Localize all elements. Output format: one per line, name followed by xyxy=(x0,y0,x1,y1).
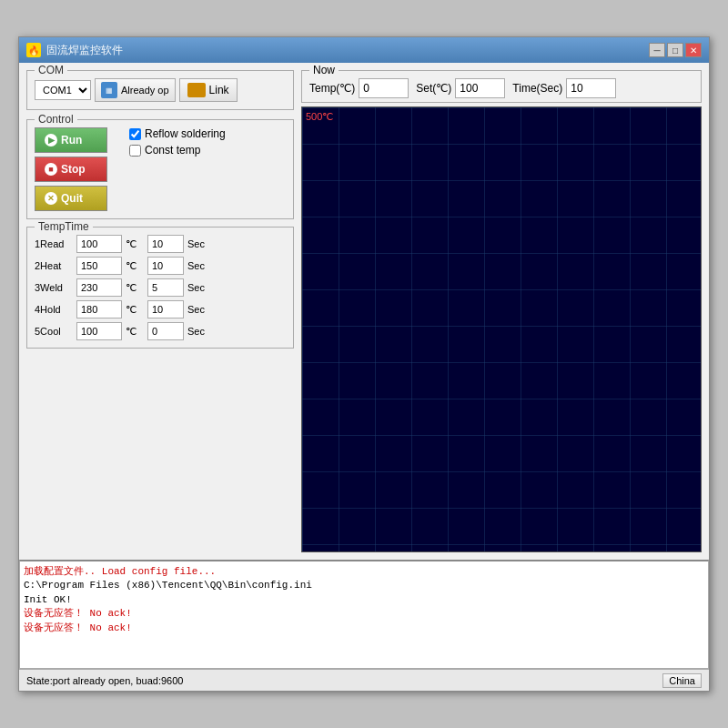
temptime-time-input-4[interactable] xyxy=(147,322,184,340)
temptime-rows: 1Read ℃ Sec 2Heat ℃ Sec 3Weld ℃ Sec 4Hol… xyxy=(35,235,286,340)
main-window: 🔥 固流焊监控软件 ─ □ ✕ COM COM1 COM2 COM3 xyxy=(18,36,710,692)
temptime-row-label-0: 1Read xyxy=(35,238,73,249)
temptime-temp-unit-0: ℃ xyxy=(126,238,144,250)
window-title: 固流焊监控软件 xyxy=(46,43,123,58)
app-icon: 🔥 xyxy=(26,43,41,57)
stop-label: Stop xyxy=(61,163,86,176)
run-label: Run xyxy=(61,134,82,147)
already-button[interactable]: ▦ Already op xyxy=(95,78,176,102)
com-group: COM COM1 COM2 COM3 COM4 ▦ Already op xyxy=(26,70,294,110)
quit-button[interactable]: ✕ Quit xyxy=(35,186,107,211)
temptime-time-input-2[interactable] xyxy=(147,278,184,297)
temptime-time-input-1[interactable] xyxy=(147,257,184,275)
already-label: Already op xyxy=(121,85,169,96)
temptime-row-0: 1Read ℃ Sec xyxy=(35,235,286,253)
temptime-time-unit-4: Sec xyxy=(187,326,205,337)
com-row: COM1 COM2 COM3 COM4 ▦ Already op Link xyxy=(35,78,286,102)
close-button[interactable]: ✕ xyxy=(685,43,702,57)
reflow-label: Reflow soldering xyxy=(145,127,226,140)
run-button[interactable]: ▶ Run xyxy=(35,127,107,153)
com-select[interactable]: COM1 COM2 COM3 COM4 xyxy=(35,80,91,100)
log-line-2: Init OK! xyxy=(24,593,704,607)
time-field-label: Time(Sec) xyxy=(512,82,562,95)
control-group: Control ▶ Run ■ Stop xyxy=(26,119,294,219)
temptime-row-4: 5Cool ℃ Sec xyxy=(35,322,286,340)
now-panel: Now Temp(℃) Set(℃) Time(Sec) xyxy=(301,70,702,103)
status-text: State:port already open, buad:9600 xyxy=(26,675,183,686)
const-label: Const temp xyxy=(145,144,200,157)
link-label: Link xyxy=(209,84,229,96)
quit-icon: ✕ xyxy=(45,192,57,205)
quit-label: Quit xyxy=(61,192,83,205)
temptime-temp-unit-2: ℃ xyxy=(126,282,144,294)
temptime-temp-input-3[interactable] xyxy=(76,300,122,318)
restore-button[interactable]: □ xyxy=(667,43,683,57)
temptime-temp-unit-3: ℃ xyxy=(126,304,144,316)
checkboxes: Reflow soldering Const temp xyxy=(129,127,226,211)
already-icon: ▦ xyxy=(101,82,117,98)
minimize-button[interactable]: ─ xyxy=(649,43,665,57)
temptime-time-unit-0: Sec xyxy=(187,238,205,249)
title-bar-left: 🔥 固流焊监控软件 xyxy=(26,43,123,58)
temptime-temp-input-4[interactable] xyxy=(76,322,122,340)
left-panel: COM COM1 COM2 COM3 COM4 ▦ Already op xyxy=(19,63,301,560)
temptime-group-label: TempTime xyxy=(35,220,93,233)
temptime-temp-unit-4: ℃ xyxy=(126,326,144,338)
temptime-row-1: 2Heat ℃ Sec xyxy=(35,257,286,275)
now-row: Temp(℃) Set(℃) Time(Sec) xyxy=(309,78,693,98)
time-value-input[interactable] xyxy=(566,78,616,98)
run-icon: ▶ xyxy=(45,134,57,147)
temptime-time-unit-1: Sec xyxy=(187,260,205,271)
stop-button[interactable]: ■ Stop xyxy=(35,157,107,182)
set-field-label: Set(℃) xyxy=(416,82,451,95)
log-line-4: 设备无应答！ No ack! xyxy=(24,622,704,635)
temp-value-input[interactable] xyxy=(359,78,409,98)
reflow-checkbox-row: Reflow soldering xyxy=(129,127,226,140)
temp-field: Temp(℃) xyxy=(309,78,409,98)
now-panel-label: Now xyxy=(309,64,339,76)
title-buttons: ─ □ ✕ xyxy=(649,43,702,57)
com-group-label: COM xyxy=(35,64,67,76)
chart-container: 500℃ xyxy=(301,106,702,552)
temptime-temp-input-2[interactable] xyxy=(76,278,122,297)
top-area: COM COM1 COM2 COM3 COM4 ▦ Already op xyxy=(19,63,709,560)
title-bar: 🔥 固流焊监控软件 ─ □ ✕ xyxy=(19,37,709,63)
temptime-row-label-4: 5Cool xyxy=(35,326,73,337)
temptime-group: TempTime 1Read ℃ Sec 2Heat ℃ Sec 3Weld ℃… xyxy=(26,227,294,349)
temptime-row-label-1: 2Heat xyxy=(35,260,73,271)
temptime-row-label-2: 3Weld xyxy=(35,282,73,293)
link-button[interactable]: Link xyxy=(179,78,238,102)
chart-y-label: 500℃ xyxy=(306,111,333,123)
set-field: Set(℃) xyxy=(416,78,505,98)
temptime-time-input-0[interactable] xyxy=(147,235,184,253)
time-field: Time(Sec) xyxy=(512,78,616,98)
temptime-temp-input-1[interactable] xyxy=(76,257,122,275)
temptime-temp-unit-1: ℃ xyxy=(126,260,144,272)
control-group-label: Control xyxy=(35,113,77,126)
status-bar: State:port already open, buad:9600 China xyxy=(19,669,709,691)
svg-rect-1 xyxy=(302,107,701,551)
log-area[interactable]: 加载配置文件.. Load config file...C:\Program F… xyxy=(19,560,709,669)
chart-grid xyxy=(302,107,701,551)
temptime-row-label-3: 4Hold xyxy=(35,304,73,315)
const-checkbox-row: Const temp xyxy=(129,144,226,157)
set-value-input[interactable] xyxy=(455,78,505,98)
temptime-time-unit-2: Sec xyxy=(187,282,205,293)
temp-field-label: Temp(℃) xyxy=(309,82,355,95)
stop-icon: ■ xyxy=(45,163,57,176)
log-line-1: C:\Program Files (x86)\Tencent\QQ\Bin\co… xyxy=(24,579,704,592)
reflow-checkbox[interactable] xyxy=(129,128,141,140)
china-button[interactable]: China xyxy=(662,673,702,688)
link-icon xyxy=(187,83,206,97)
right-panel: Now Temp(℃) Set(℃) Time(Sec) xyxy=(301,63,709,560)
log-line-3: 设备无应答！ No ack! xyxy=(24,607,704,621)
temptime-row-2: 3Weld ℃ Sec xyxy=(35,278,286,297)
log-line-0: 加载配置文件.. Load config file... xyxy=(24,565,704,579)
main-content: COM COM1 COM2 COM3 COM4 ▦ Already op xyxy=(19,63,709,691)
temptime-time-unit-3: Sec xyxy=(187,304,205,315)
const-checkbox[interactable] xyxy=(129,145,141,157)
temptime-time-input-3[interactable] xyxy=(147,300,184,318)
temptime-temp-input-0[interactable] xyxy=(76,235,122,253)
temptime-row-3: 4Hold ℃ Sec xyxy=(35,300,286,318)
